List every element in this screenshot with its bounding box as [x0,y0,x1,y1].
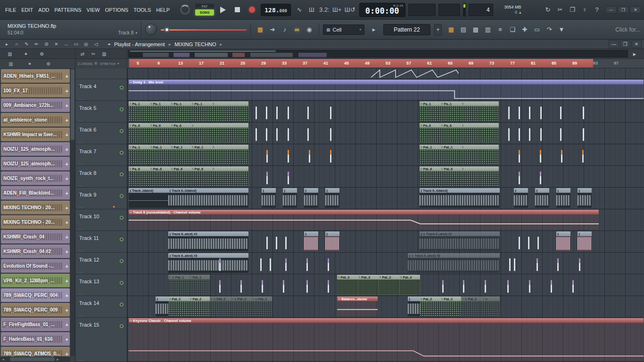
play-button[interactable] [217,4,229,16]
pattern-clip[interactable]: ≡ [461,101,499,121]
mini-clip[interactable] [508,107,510,119]
mini-clip[interactable] [519,128,520,141]
mini-clip[interactable] [219,280,221,293]
autosave-icon[interactable]: ↻ [542,4,553,16]
audio-clip[interactable]: ∥ [556,188,570,208]
pattern-clip[interactable]: ≡✕Pat..2 [461,296,482,316]
pattern-clip[interactable]: ≡Pat..1 [189,275,210,295]
pattern-clip[interactable]: ≡Pa..6 [129,123,149,143]
pattern-clip[interactable]: ≡✕Pat..2 [231,296,251,316]
pattern-clip[interactable]: ≡Pat..3 [337,275,358,295]
mini-clip[interactable] [529,280,530,293]
audio-clip[interactable]: ∥✕Track 6..ated) #3 [408,253,500,273]
mini-clip[interactable] [519,172,520,184]
mini-clip[interactable] [262,280,263,293]
vscroll-handle[interactable] [71,69,74,140]
mini-clip[interactable] [560,128,561,141]
audio-clip[interactable]: ∥✕Track 6..ated) #2 [420,231,500,251]
pattern-clip[interactable]: ≡Pat..2 [420,296,440,316]
audio-clip[interactable]: ∥ [578,231,592,251]
pattern-clip[interactable]: ≡Pat..3 [379,275,399,295]
pattern-clip[interactable]: ≡Pat..6 [420,166,440,186]
track-header[interactable]: Track 10... [75,209,127,231]
playback-tool-icon[interactable]: ◁ [91,40,100,48]
browser-item[interactable]: F_HadesBass_01_616+ [1,332,70,346]
track-header[interactable]: Track 8... [75,166,127,188]
pattern-clip[interactable]: ≡ [212,145,248,165]
cell-dropdown[interactable]: ▦ Cell ▾ [323,25,364,35]
mini-clip[interactable] [540,150,541,163]
track-led[interactable] [120,303,124,306]
mini-clip[interactable] [285,258,287,271]
audio-clip[interactable]: ∥ [304,231,318,251]
menu-view[interactable]: VIEW [84,5,102,15]
mini-clip[interactable] [519,237,520,249]
mini-clip[interactable] [328,258,329,271]
track-header[interactable]: Track 12... [75,253,127,274]
mini-clip[interactable] [579,258,580,271]
menu-button[interactable]: ≡ [640,48,644,59]
menu-file[interactable]: FILE [3,5,18,15]
pattern-clip[interactable]: ≡Pat..1 [170,145,191,165]
clipboard-icon[interactable]: ❐ [567,4,578,16]
pattern-selector[interactable]: Pattern 22 [383,24,430,35]
mini-clip[interactable] [307,128,309,141]
track-header[interactable]: Track 5... [75,101,127,123]
pattern-clip[interactable]: ≡✕Pat..2 [251,296,272,316]
mini-clip[interactable] [219,258,221,271]
browser-item[interactable]: KSHMR Impact w Swe...+ [1,128,70,141]
mini-clip[interactable] [572,280,574,293]
mini-clip[interactable] [508,128,510,141]
browser-item[interactable]: MIXING TECHNO - 20...+ [1,201,70,214]
grid-track-lane[interactable]: ∥Track 6..ated) #2∥∥∥✕Track 6..ated) #2∥… [127,231,644,253]
track-led[interactable] [120,129,124,133]
scroll-left-arrow[interactable]: ◂ [0,357,6,362]
mini-clip[interactable] [276,237,277,249]
pattern-clip[interactable]: ≡Pa..1 [420,101,440,121]
track-header[interactable]: Track 11... [75,231,127,253]
pattern-clip[interactable]: ≡Pa..6 [170,123,191,143]
song-mode-label[interactable]: SONG [195,9,214,16]
add-pattern-button[interactable]: + [434,24,442,35]
mini-clip[interactable] [540,107,542,119]
audio-clip[interactable]: ∥ [535,188,549,208]
mini-clip[interactable] [514,258,515,271]
mini-clip[interactable] [540,172,541,184]
track-led[interactable] [120,107,124,111]
mini-clip[interactable] [285,237,287,249]
mini-clip[interactable] [583,128,584,141]
browser-item[interactable]: VPA_Kit_2_128Bpm_...+ [1,274,70,288]
pattern-clip[interactable]: ≡Pa..6 [149,123,170,143]
audio-clip[interactable]: ∥Track 6..ated) #2 [168,231,248,251]
main-volume-knob[interactable] [145,24,157,35]
menu-options[interactable]: OPTIONS [103,5,131,15]
mini-clip[interactable] [266,150,268,163]
pattern-clip[interactable]: ≡✕ [482,296,500,316]
browser-vscrollbar[interactable] [70,68,75,356]
audio-clip[interactable]: ∥ [262,188,276,208]
pattern-clip[interactable]: ≡Pat..1 [420,145,440,165]
zoom-tool-icon[interactable]: ◎ [82,40,91,48]
pattern-clip[interactable]: ≡Pa..1 [129,145,149,165]
mini-clip[interactable] [309,150,310,163]
grid-track-lane[interactable]: ≡Pa..6≡Pat..6≡Pat..6≡Pat..6≡≡Pat..6≡Pat.… [127,166,644,188]
channel-rack-button[interactable]: ≡ [495,24,506,35]
mini-clip[interactable] [582,150,584,163]
mic-icon[interactable]: ♀ [579,4,590,16]
mini-clip[interactable] [270,258,271,271]
pattern-clip[interactable]: ≡ [212,101,248,121]
track-led[interactable] [120,238,124,241]
mini-clip[interactable] [561,150,562,163]
mini-clip[interactable] [266,128,267,141]
mini-clip[interactable] [557,258,559,271]
browser-item[interactable]: NOIZU_125_atmosph...+ [1,157,70,171]
track-header[interactable]: Track 4... [75,79,127,101]
audio-clip[interactable]: ∥ [325,188,339,208]
mini-clip[interactable] [442,280,444,293]
mini-clip[interactable] [551,280,552,293]
mini-clip[interactable] [256,107,257,119]
pat-mode-label[interactable]: PAT [195,4,214,9]
audio-clip[interactable]: ∥ [514,188,528,208]
pat-song-toggle[interactable]: PAT SONG [195,4,214,16]
mini-clip[interactable] [540,128,542,141]
